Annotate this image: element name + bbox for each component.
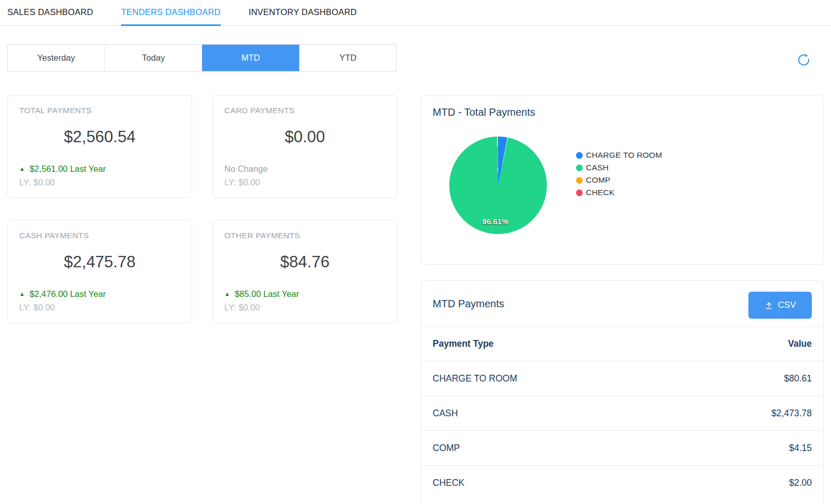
stat-card-grid: TOTAL PAYMENTS $2,560.54 ▲$2,561.00 Last… (7, 95, 397, 323)
payments-table-card: MTD Payments CSV Payment Type Value CHAR… (421, 280, 824, 504)
stat-card-value: $2,475.78 (19, 253, 180, 271)
stat-card-total-payments: TOTAL PAYMENTS $2,560.54 ▲$2,561.00 Last… (7, 95, 192, 198)
legend-item-charge-to-room[interactable]: CHARGE TO ROOM (576, 149, 662, 161)
payment-type-cell: CHARGE TO ROOM (433, 373, 517, 384)
column-header-value: Value (788, 338, 812, 349)
dashboard-tabbar: SALES DASHBOARDTENDERS DASHBOARDINVENTOR… (0, 0, 831, 26)
stat-card-delta-text: No Change (224, 164, 267, 174)
column-header-payment-type: Payment Type (433, 338, 493, 349)
value-cell: $2.00 (789, 478, 812, 488)
csv-button-label: CSV (778, 300, 796, 310)
period-selector: YesterdayTodayMTDYTD (7, 44, 397, 72)
table-column-headers: Payment Type Value (421, 326, 823, 361)
refresh-icon (797, 53, 811, 67)
stat-card-delta-text: $85.00 Last Year (235, 289, 299, 299)
refresh-button[interactable] (796, 52, 811, 67)
pie-chart-legend: CHARGE TO ROOM CASH COMP CHECK (576, 149, 662, 199)
value-cell: $2,473.78 (771, 408, 812, 419)
value-cell: $4.15 (789, 443, 812, 454)
tab-sales-dashboard[interactable]: SALES DASHBOARD (7, 0, 93, 26)
period-option-today[interactable]: Today (104, 45, 202, 71)
tab-tenders-dashboard[interactable]: TENDERS DASHBOARD (121, 0, 220, 26)
value-cell: $80.61 (784, 373, 812, 384)
legend-dot (576, 152, 583, 159)
legend-item-check[interactable]: CHECK (576, 186, 662, 199)
stat-card-label: OTHER PAYMENTS (224, 231, 385, 240)
stat-card-delta: ▲$2,561.00 Last Year (19, 164, 180, 174)
stat-card-last-year: LY: $0.00 (224, 178, 385, 187)
triangle-up-icon: ▲ (224, 291, 230, 297)
stat-card-label: CARD PAYMENTS (224, 106, 385, 115)
upload-icon (765, 301, 773, 310)
payment-type-cell: CASH (433, 408, 458, 419)
table-header-area: MTD Payments CSV (421, 281, 823, 326)
legend-item-comp[interactable]: COMP (576, 174, 662, 186)
stat-card-delta-text: $2,561.00 Last Year (30, 164, 106, 174)
pie-chart-title: MTD - Total Payments (433, 106, 535, 118)
period-option-ytd[interactable]: YTD (299, 45, 396, 71)
triangle-up-icon: ▲ (19, 291, 25, 297)
legend-dot (576, 165, 583, 171)
legend-item-cash[interactable]: CASH (576, 161, 662, 174)
stat-card-delta-text: $2,476.00 Last Year (30, 289, 106, 299)
stat-card-value: $2,560.54 (19, 128, 180, 146)
legend-label: CASH (586, 163, 609, 172)
csv-export-button[interactable]: CSV (748, 292, 812, 319)
pie-chart-card: MTD - Total Payments 96.61% CHARGE TO RO… (421, 95, 824, 265)
table-row-check: CHECK $2.00 (421, 465, 823, 500)
payment-type-cell: CHECK (433, 478, 464, 488)
stat-card-delta: ▲$85.00 Last Year (224, 289, 385, 299)
stat-card-other-payments: OTHER PAYMENTS $84.76 ▲$85.00 Last Year … (212, 220, 397, 323)
stat-card-label: CASH PAYMENTS (19, 231, 180, 240)
payment-type-cell: COMP (433, 443, 460, 454)
table-title: MTD Payments (433, 281, 504, 326)
legend-dot (576, 177, 583, 184)
stat-card-card-payments: CARD PAYMENTS $0.00 ▲No Change LY: $0.00 (212, 95, 397, 198)
period-option-yesterday[interactable]: Yesterday (8, 45, 104, 71)
stat-card-last-year: LY: $0.00 (19, 178, 180, 187)
legend-label: CHARGE TO ROOM (586, 151, 662, 160)
tab-inventory-dashboard[interactable]: INVENTORY DASHBOARD (249, 0, 357, 26)
table-row-comp: COMP $4.15 (421, 430, 823, 465)
pie-slice-percentage-label: 96.61% (482, 217, 509, 226)
table-body: CHARGE TO ROOM $80.61 CASH $2,473.78 COM… (421, 361, 823, 500)
table-row-cash: CASH $2,473.78 (421, 396, 823, 430)
stat-card-delta: ▲$2,476.00 Last Year (19, 289, 180, 299)
period-option-mtd[interactable]: MTD (202, 45, 299, 71)
triangle-up-icon: ▲ (19, 166, 25, 172)
stat-card-delta: ▲No Change (224, 164, 385, 174)
stat-card-cash-payments: CASH PAYMENTS $2,475.78 ▲$2,476.00 Last … (7, 220, 192, 323)
stat-card-last-year: LY: $0.00 (224, 303, 385, 312)
legend-dot (576, 189, 583, 196)
stat-card-label: TOTAL PAYMENTS (19, 106, 180, 115)
table-row-charge-to-room: CHARGE TO ROOM $80.61 (421, 361, 823, 396)
stat-card-value: $0.00 (224, 128, 385, 146)
stat-card-last-year: LY: $0.00 (19, 303, 180, 312)
stat-card-value: $84.76 (224, 253, 385, 271)
legend-label: CHECK (586, 188, 614, 197)
legend-label: COMP (586, 175, 610, 185)
